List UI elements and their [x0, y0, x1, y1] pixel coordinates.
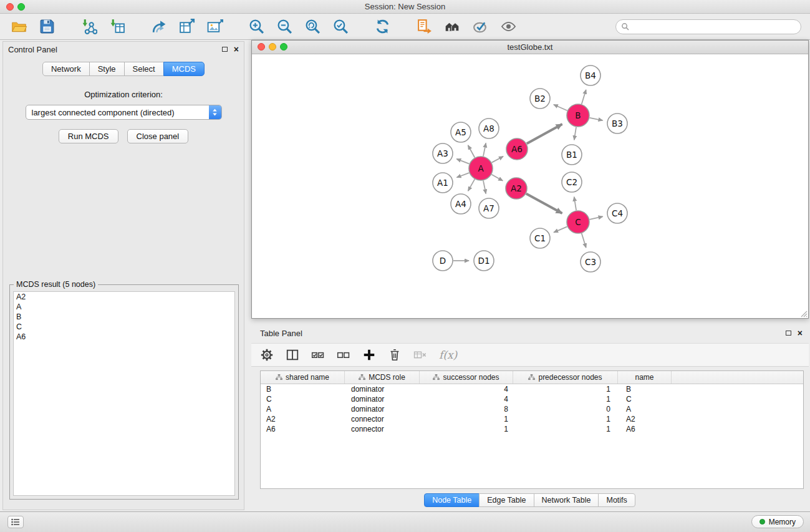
cell-successor-nodes[interactable]: 8	[420, 405, 513, 414]
graph-node-C1[interactable]: C1	[530, 228, 550, 248]
graph-edge[interactable]	[483, 143, 486, 157]
cell-successor-nodes[interactable]: 1	[420, 415, 513, 423]
network-window-titlebar[interactable]: testGlobe.txt	[252, 41, 808, 54]
tab-motifs[interactable]: Motifs	[598, 493, 635, 507]
tab-mcds[interactable]: MCDS	[163, 62, 205, 76]
graph-edge[interactable]	[582, 233, 586, 248]
refresh-button[interactable]	[372, 17, 392, 37]
graph-node-A1[interactable]: A1	[433, 173, 453, 193]
graph-node-A4[interactable]: A4	[451, 194, 471, 214]
save-session-button[interactable]	[37, 17, 57, 37]
list-item[interactable]: B	[14, 312, 234, 322]
list-item[interactable]: A	[14, 302, 234, 312]
tab-select[interactable]: Select	[124, 62, 164, 76]
cell-predecessor-nodes[interactable]: 0	[513, 405, 618, 414]
toggle-visibility-button[interactable]	[498, 17, 518, 37]
graph-node-B1[interactable]: B1	[562, 145, 582, 165]
cell-mcds-role[interactable]: dominator	[345, 395, 420, 404]
table-row[interactable]: B dominator 4 1 B	[261, 384, 803, 394]
network-graph[interactable]: AA1A2A3A4A5A6A7A8BB1B2B3B4CC1C2C3C4DD1	[252, 54, 808, 318]
close-panel-icon[interactable]: ×	[234, 46, 239, 53]
cell-name[interactable]: C	[618, 395, 672, 404]
select-all-icon[interactable]	[311, 348, 325, 362]
tab-edge-table[interactable]: Edge Table	[479, 493, 534, 507]
table-row[interactable]: A2 connector 1 1 A2	[261, 414, 803, 424]
zoom-in-button[interactable]	[246, 17, 266, 37]
task-history-button[interactable]	[7, 516, 24, 528]
cell-mcds-role[interactable]: dominator	[345, 405, 420, 414]
validate-view-button[interactable]	[470, 17, 490, 37]
cell-shared-name[interactable]: C	[261, 395, 345, 404]
graph-edge[interactable]	[590, 216, 603, 220]
graph-edge[interactable]	[526, 194, 562, 214]
show-all-button[interactable]	[442, 17, 462, 37]
cell-shared-name[interactable]: A6	[261, 425, 345, 433]
resize-gripper-icon[interactable]	[799, 309, 808, 317]
float-panel-icon[interactable]	[786, 331, 791, 336]
export-network-button[interactable]	[148, 17, 168, 37]
cell-predecessor-nodes[interactable]: 1	[513, 395, 618, 404]
graph-edge[interactable]	[468, 179, 475, 191]
first-neighbors-button[interactable]	[414, 17, 434, 37]
cell-successor-nodes[interactable]: 4	[420, 385, 513, 394]
cell-shared-name[interactable]: A2	[261, 415, 345, 423]
network-canvas[interactable]: AA1A2A3A4A5A6A7A8BB1B2B3B4CC1C2C3C4DD1	[252, 54, 808, 318]
graph-node-A3[interactable]: A3	[433, 143, 453, 163]
close-panel-button[interactable]: Close panel	[127, 129, 189, 143]
cell-predecessor-nodes[interactable]: 1	[513, 385, 618, 394]
run-mcds-button[interactable]: Run MCDS	[59, 129, 118, 143]
tab-node-table[interactable]: Node Table	[424, 493, 480, 507]
graph-node-C[interactable]: C	[567, 211, 589, 233]
cell-mcds-role[interactable]: connector	[345, 425, 420, 433]
graph-node-B3[interactable]: B3	[607, 114, 627, 133]
graph-node-C4[interactable]: C4	[607, 203, 627, 223]
delete-column-icon[interactable]	[388, 348, 402, 362]
graph-edge[interactable]	[554, 226, 567, 232]
memory-button[interactable]: Memory	[751, 515, 804, 528]
cell-name[interactable]: B	[618, 385, 672, 394]
graph-edge[interactable]	[483, 181, 486, 194]
graph-node-B2[interactable]: B2	[530, 89, 550, 109]
cell-mcds-role[interactable]: connector	[345, 415, 420, 423]
graph-node-D[interactable]: D	[433, 251, 453, 271]
zoom-fit-button[interactable]	[302, 17, 322, 37]
cell-mcds-role[interactable]: dominator	[345, 385, 420, 394]
graph-edge[interactable]	[456, 159, 469, 164]
graph-edge[interactable]	[457, 173, 470, 177]
list-item[interactable]: A6	[14, 332, 234, 342]
toolbar-search[interactable]	[615, 19, 801, 34]
graph-node-A[interactable]: A	[469, 157, 493, 180]
deselect-all-icon[interactable]	[337, 348, 350, 362]
cell-name[interactable]: A6	[618, 425, 672, 433]
list-item[interactable]: C	[14, 322, 234, 332]
tab-network-table[interactable]: Network Table	[534, 493, 599, 507]
open-session-button[interactable]	[9, 17, 29, 37]
graph-node-C2[interactable]: C2	[562, 172, 582, 192]
tab-network[interactable]: Network	[42, 62, 90, 76]
import-table-button[interactable]	[107, 17, 127, 37]
graph-node-B4[interactable]: B4	[581, 65, 600, 85]
gear-icon[interactable]	[260, 348, 274, 362]
delete-table-icon[interactable]	[413, 348, 427, 362]
graph-edge[interactable]	[527, 124, 562, 143]
cell-successor-nodes[interactable]: 4	[420, 395, 513, 404]
add-column-icon[interactable]	[362, 348, 376, 362]
table-row[interactable]: A dominator 8 0 A	[261, 404, 803, 414]
graph-edge[interactable]	[590, 118, 603, 120]
list-item[interactable]: A2	[14, 292, 234, 302]
graph-node-A5[interactable]: A5	[451, 122, 471, 142]
search-input[interactable]	[632, 22, 796, 31]
graph-node-A7[interactable]: A7	[479, 198, 499, 218]
graph-edge[interactable]	[554, 105, 567, 111]
column-header[interactable]: predecessor nodes	[513, 371, 618, 384]
column-header[interactable]: shared name	[261, 371, 345, 384]
export-image-button[interactable]	[205, 17, 224, 37]
graph-node-A2[interactable]: A2	[506, 178, 527, 199]
cell-shared-name[interactable]: B	[261, 385, 345, 394]
cell-predecessor-nodes[interactable]: 1	[513, 415, 618, 423]
zoom-selected-button[interactable]	[330, 17, 350, 37]
graph-edge[interactable]	[468, 145, 475, 158]
cell-name[interactable]: A2	[618, 415, 672, 423]
graph-node-A6[interactable]: A6	[506, 138, 528, 160]
graph-node-A8[interactable]: A8	[479, 118, 499, 138]
